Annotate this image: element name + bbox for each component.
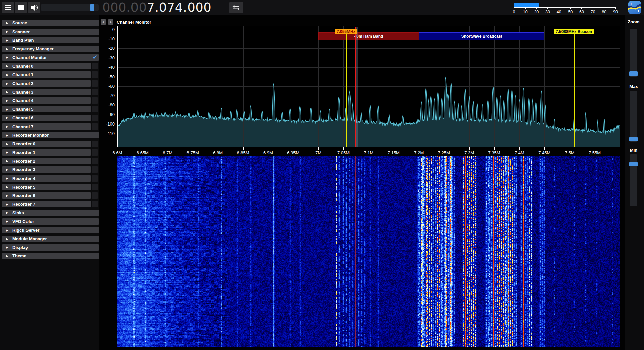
enable-checkbox[interactable]: [92, 184, 98, 190]
sidebar-item-bar[interactable]: ▶Channel 6: [2, 115, 91, 121]
sidebar-item-bar[interactable]: ▶Recorder 3: [2, 166, 91, 173]
sidebar-item-recorder-5[interactable]: ▶Recorder 5: [2, 184, 99, 190]
frequency-dim-digits[interactable]: 000.00: [102, 0, 147, 15]
volume-slider[interactable]: [41, 4, 99, 11]
stop-button[interactable]: [15, 2, 27, 13]
collapse-arrow-icon: ▶: [6, 203, 11, 206]
freq-axis-label: 7.3M: [458, 150, 481, 155]
sidebar-item-sinks[interactable]: ▶Sinks: [2, 210, 99, 216]
min-slider-handle[interactable]: [629, 162, 638, 166]
sidebar-item-channel-6[interactable]: ▶Channel 6: [2, 115, 99, 121]
sidebar-item-bar[interactable]: ▶Channel 2: [2, 80, 91, 87]
sidebar-item-bar[interactable]: ▶Band Plan: [2, 37, 99, 43]
sidebar-item-rigctl-server[interactable]: ▶Rigctl Server: [2, 227, 99, 233]
frequency-display[interactable]: 000.007.074.000: [102, 0, 211, 15]
sidebar-item-bar[interactable]: ▶Scanner: [2, 29, 99, 35]
fft-spectrum-canvas[interactable]: [117, 26, 620, 150]
sidebar-item-bar[interactable]: ▶Channel 3: [2, 89, 91, 95]
sidebar-item-channel-2[interactable]: ▶Channel 2: [2, 80, 99, 87]
max-slider-handle[interactable]: [629, 137, 638, 141]
sidebar-item-vfo-color[interactable]: ▶VFO Color: [2, 218, 99, 225]
checkmark-icon[interactable]: ✔: [91, 54, 99, 60]
sidebar-item-recorder-3[interactable]: ▶Recorder 3: [2, 166, 99, 173]
enable-checkbox[interactable]: [92, 89, 98, 95]
tuning-mode-button[interactable]: [229, 2, 243, 13]
sidebar-item-channel-7[interactable]: ▶Channel 7: [2, 123, 99, 130]
sidebar-item-bar[interactable]: ▶Source: [2, 20, 99, 26]
sidebar-item-bar[interactable]: ▶Recorder 1: [2, 149, 91, 156]
sidebar-item-display[interactable]: ▶Display: [2, 244, 99, 251]
sidebar-item-bar[interactable]: ▶Channel 0: [2, 63, 91, 69]
sidebar-item-label: Recorder 4: [12, 176, 35, 181]
sidebar-item-bar[interactable]: ▶Recorder 0: [2, 141, 91, 147]
enable-checkbox[interactable]: [92, 106, 98, 112]
max-slider[interactable]: [630, 91, 637, 142]
sidebar-item-recorder-6[interactable]: ▶Recorder 6: [2, 192, 99, 199]
volume-slider-handle[interactable]: [90, 4, 94, 11]
sidebar-item-recorder-1[interactable]: ▶Recorder 1: [2, 149, 99, 156]
sidebar-item-bar[interactable]: ▶Theme: [2, 253, 99, 259]
snr-tick: [559, 7, 559, 9]
sidebar-item-bar[interactable]: ▶Recorder 4: [2, 175, 91, 182]
sidebar-item-bar[interactable]: ▶Rigctl Server: [2, 227, 99, 233]
enable-checkbox[interactable]: [92, 80, 98, 87]
sidebar-item-theme[interactable]: ▶Theme: [2, 253, 99, 259]
sidebar-item-bar[interactable]: ▶Channel 5: [2, 106, 91, 112]
sidebar-item-module-manager[interactable]: ▶Module Manager: [2, 236, 99, 242]
tab-prev-button[interactable]: <: [101, 19, 106, 25]
freq-axis-label: 6.7M: [156, 150, 179, 155]
top-toolbar: 000.007.074.000 0102030405060708090 + +: [0, 0, 644, 15]
sidebar-item-recorder-monitor[interactable]: ▶Recorder Monitor: [2, 132, 99, 138]
zoom-slider-handle[interactable]: [629, 71, 638, 76]
enable-checkbox[interactable]: [92, 63, 98, 69]
menu-button[interactable]: [2, 2, 14, 13]
sidebar-item-recorder-0[interactable]: ▶Recorder 0: [2, 141, 99, 147]
waterfall-canvas[interactable]: [117, 156, 620, 347]
frequency-active-digits[interactable]: 7.074.000: [147, 0, 211, 15]
enable-checkbox[interactable]: [92, 158, 98, 164]
sidebar-item-band-plan[interactable]: ▶Band Plan: [2, 37, 99, 43]
sidebar-item-bar[interactable]: ▶Recorder 2: [2, 158, 91, 164]
enable-checkbox[interactable]: [92, 192, 98, 199]
sidebar-item-bar[interactable]: ▶Channel 4: [2, 97, 91, 104]
sidebar-item-bar[interactable]: ▶Recorder 5: [2, 184, 91, 190]
sidebar-item-recorder-7[interactable]: ▶Recorder 7: [2, 201, 99, 207]
sidebar-item-bar[interactable]: ▶Module Manager: [2, 236, 99, 242]
tab-next-button[interactable]: >: [108, 19, 113, 25]
sidebar-item-channel-monitor[interactable]: ▶Channel Monitor✔: [2, 54, 99, 61]
zoom-slider[interactable]: [630, 29, 637, 77]
sidebar-item-bar[interactable]: ▶Channel 1: [2, 71, 91, 78]
sidebar-item-channel-1[interactable]: ▶Channel 1: [2, 71, 99, 78]
enable-checkbox[interactable]: [92, 97, 98, 104]
sidebar-item-bar[interactable]: ▶Frequency Manager: [2, 46, 99, 52]
sidebar-item-channel-4[interactable]: ▶Channel 4: [2, 97, 99, 104]
sidebar-item-channel-0[interactable]: ▶Channel 0: [2, 63, 99, 69]
sidebar-item-bar[interactable]: ▶Recorder 7: [2, 201, 91, 207]
sidebar-item-channel-5[interactable]: ▶Channel 5: [2, 106, 99, 112]
sidebar-item-frequency-manager[interactable]: ▶Frequency Manager: [2, 46, 99, 52]
enable-checkbox[interactable]: [92, 115, 98, 121]
enable-checkbox[interactable]: [92, 71, 98, 78]
sidebar-item-channel-3[interactable]: ▶Channel 3: [2, 89, 99, 95]
sidebar-item-recorder-2[interactable]: ▶Recorder 2: [2, 158, 99, 164]
enable-checkbox[interactable]: [92, 123, 98, 130]
sidebar-item-bar[interactable]: ▶Channel 7: [2, 123, 91, 130]
sidebar-item-recorder-4[interactable]: ▶Recorder 4: [2, 175, 99, 182]
enable-checkbox[interactable]: [92, 175, 98, 182]
sidebar-item-scanner[interactable]: ▶Scanner: [2, 29, 99, 35]
sidebar-item-bar[interactable]: ▶VFO Color: [2, 218, 99, 225]
sidebar-item-bar[interactable]: ▶Channel Monitor: [2, 54, 99, 61]
sidebar-item-bar[interactable]: ▶Recorder Monitor: [2, 132, 99, 138]
freq-axis-label: 7.35M: [483, 150, 506, 155]
sidebar-item-bar[interactable]: ▶Recorder 6: [2, 192, 91, 199]
enable-checkbox[interactable]: [92, 141, 98, 147]
enable-checkbox[interactable]: [92, 149, 98, 156]
marker-line-7055: [346, 34, 347, 147]
sidebar-item-bar[interactable]: ▶Display: [2, 244, 99, 251]
enable-checkbox[interactable]: [92, 166, 98, 173]
enable-checkbox[interactable]: [92, 201, 98, 207]
snr-meter-axis: [514, 7, 615, 8]
sidebar-item-bar[interactable]: ▶Sinks: [2, 210, 99, 216]
mute-button[interactable]: [28, 2, 40, 13]
sidebar-item-source[interactable]: ▶Source: [2, 20, 99, 26]
